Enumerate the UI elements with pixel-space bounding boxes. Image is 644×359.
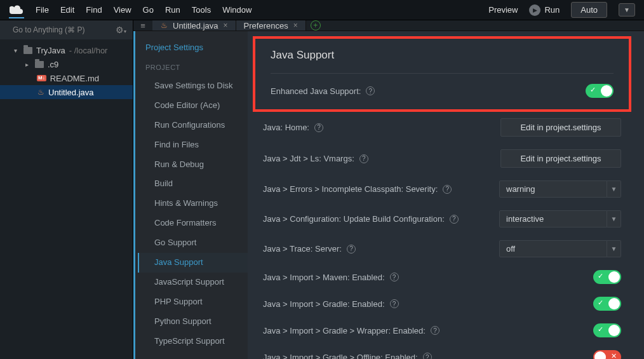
project-category-label: PROJECT (135, 61, 248, 76)
file-tree: Go to Anything (⌘ P) ⚙▾ TryJava - /local… (0, 20, 133, 359)
enhanced-java-toggle[interactable] (586, 84, 614, 98)
tree-readme[interactable]: M↓ README.md (0, 71, 133, 85)
menu-tools[interactable]: Tools (192, 5, 211, 15)
menu-window[interactable]: Window (222, 5, 252, 15)
setting-select[interactable]: off (499, 240, 607, 257)
help-icon[interactable]: ? (314, 123, 323, 132)
markdown-icon: M↓ (37, 75, 46, 81)
edit-in-project-settings-button[interactable]: Edit in project.settings (500, 149, 621, 168)
setting-label: Java > Configuration: Update Build Confi… (263, 214, 459, 224)
tree-root-path: - /local/hor (69, 46, 108, 55)
setting-label: Java > Import > Gradle: Enabled:? (263, 299, 399, 309)
menu-edit[interactable]: Edit (60, 5, 74, 15)
tree-c9-label: .c9 (48, 60, 58, 69)
project-settings-link[interactable]: Project Settings (135, 39, 248, 61)
setting-label: Java > Import > Maven: Enabled:? (263, 273, 399, 282)
setting-toggle[interactable] (593, 350, 621, 359)
gear-icon[interactable]: ⚙▾ (116, 25, 126, 35)
help-icon[interactable]: ? (366, 86, 375, 95)
psb-run-debug[interactable]: Run & Debug (135, 155, 248, 175)
tab-preferences[interactable]: Preferences × (236, 20, 306, 30)
setting-toggle[interactable] (593, 297, 621, 311)
java-icon: ♨ (37, 88, 44, 97)
setting-label: Enhanced Java Support:? (271, 86, 375, 96)
setting-row: Java > Errors > Incomplete Classpath: Se… (248, 174, 636, 204)
menu-go[interactable]: Go (143, 5, 154, 15)
setting-select[interactable]: warning (499, 180, 607, 198)
psb-hints-warnings[interactable]: Hints & Warnings (135, 194, 248, 213)
auto-dropdown[interactable]: ▼ (619, 3, 635, 17)
help-icon[interactable]: ? (390, 299, 399, 308)
panel-title: Java Support (271, 39, 614, 74)
preview-button[interactable]: Preview (488, 5, 518, 15)
setting-row: Java > Configuration: Update Build Confi… (248, 204, 636, 234)
cloud9-logo-icon[interactable] (9, 4, 24, 18)
tab-untitled-java[interactable]: ♨ Untitled.java × (152, 20, 236, 30)
setting-toggle[interactable] (593, 270, 621, 284)
setting-select[interactable]: interactive (499, 210, 607, 227)
chevron-down-icon[interactable]: ▼ (607, 180, 621, 198)
psb-find-in-files[interactable]: Find in Files (135, 135, 248, 155)
help-icon[interactable]: ? (431, 326, 439, 335)
chevron-down-icon[interactable]: ▼ (607, 210, 621, 227)
help-icon[interactable]: ? (359, 154, 368, 163)
plus-icon: + (311, 20, 321, 30)
tree-root[interactable]: TryJava - /local/hor (0, 43, 133, 57)
menu-file[interactable]: File (36, 5, 49, 15)
psb-code-formatters[interactable]: Code Formatters (135, 213, 248, 233)
setting-row: Java > Jdt > Ls: Vmargs:?Edit in project… (248, 143, 636, 174)
new-tab-button[interactable]: + (306, 20, 325, 30)
tree-root-name: TryJava (36, 46, 65, 55)
folder-icon (35, 61, 44, 68)
setting-row: Enhanced Java Support:? (271, 74, 614, 100)
auto-button[interactable]: Auto (571, 2, 607, 18)
run-button[interactable]: ▶ Run (529, 4, 560, 16)
help-icon[interactable]: ? (390, 273, 399, 281)
tab-file-label: Untitled.java (173, 21, 218, 30)
setting-label: Java: Home:? (263, 123, 323, 132)
psb-go-support[interactable]: Go Support (135, 233, 248, 253)
psb-java-support[interactable]: Java Support (138, 253, 248, 273)
psb-js-support[interactable]: JavaScript Support (135, 273, 248, 292)
tab-list-icon[interactable]: ≡ (133, 20, 152, 30)
tab-strip: ≡ ♨ Untitled.java × Preferences × + (133, 20, 644, 31)
psb-code-editor[interactable]: Code Editor (Ace) (135, 96, 248, 116)
settings-panel: Java Support Enhanced Java Support:? Jav… (248, 31, 644, 359)
tree-untitled-label: Untitled.java (48, 88, 94, 97)
tree-readme-label: README.md (50, 74, 99, 83)
setting-row: Java > Import > Gradle > Offline: Enable… (248, 344, 636, 359)
setting-label: Java > Errors > Incomplete Classpath: Se… (263, 184, 452, 194)
setting-row: Java > Trace: Server:?off▼ (248, 234, 636, 264)
menu-run[interactable]: Run (165, 5, 180, 15)
java-icon: ♨ (160, 21, 168, 30)
psb-python-support[interactable]: Python Support (135, 312, 248, 332)
psb-save-settings[interactable]: Save Settings to Disk (135, 76, 248, 96)
help-icon[interactable]: ? (450, 215, 459, 224)
close-icon[interactable]: × (293, 21, 298, 30)
help-icon[interactable]: ? (423, 353, 432, 359)
menu-find[interactable]: Find (86, 5, 102, 15)
setting-label: Java > Import > Gradle > Offline: Enable… (263, 353, 432, 360)
psb-ts-support[interactable]: TypeScript Support (135, 332, 248, 351)
edit-in-project-settings-button[interactable]: Edit in project.settings (500, 118, 621, 137)
setting-row: Java > Import > Gradle > Wrapper: Enable… (248, 317, 636, 344)
close-icon[interactable]: × (224, 21, 228, 30)
help-icon[interactable]: ? (347, 245, 356, 254)
menu-view[interactable]: View (114, 5, 131, 15)
goto-hint: Go to Anything (⌘ P) (13, 25, 84, 34)
run-label: Run (544, 5, 560, 15)
tree-untitled-java[interactable]: ♨ Untitled.java (0, 85, 133, 99)
psb-php-support[interactable]: PHP Support (135, 292, 248, 312)
setting-row: Java > Import > Maven: Enabled:? (248, 264, 636, 290)
chevron-down-icon[interactable]: ▼ (607, 240, 621, 257)
help-icon[interactable]: ? (443, 185, 452, 194)
goto-anything[interactable]: Go to Anything (⌘ P) ⚙▾ (0, 20, 133, 39)
psb-run-config[interactable]: Run Configurations (135, 116, 248, 135)
prefs-sidebar: Project Settings PROJECT Save Settings t… (133, 31, 248, 359)
setting-toggle[interactable] (593, 323, 621, 337)
psb-build[interactable]: Build (135, 174, 248, 194)
menubar: File Edit Find View Go Run Tools Window … (0, 0, 644, 20)
setting-row: Java: Home:?Edit in project.settings (248, 112, 636, 143)
setting-label: Java > Import > Gradle > Wrapper: Enable… (263, 326, 439, 335)
tree-c9[interactable]: .c9 (0, 57, 133, 71)
